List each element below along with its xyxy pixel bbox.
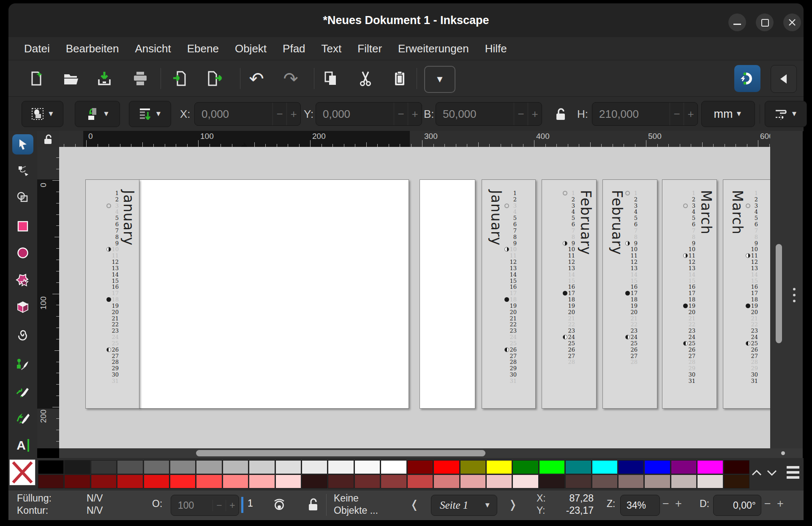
color-swatch-66504e[interactable]: [592, 474, 618, 488]
color-swatch-fed6d6[interactable]: [275, 474, 301, 488]
strip-february-b[interactable]: February12345678910111213141516171819202…: [602, 179, 657, 409]
color-swatch-868686[interactable]: [170, 460, 196, 474]
tool-pen[interactable]: [12, 354, 33, 374]
rotation-plus-button[interactable]: +: [777, 497, 784, 510]
tool-calligraphy[interactable]: [12, 407, 33, 427]
palette-menu-icon[interactable]: [786, 464, 800, 481]
color-swatch-e1dad8[interactable]: [697, 474, 723, 488]
ruler-corner[interactable]: [37, 131, 59, 147]
color-swatch-463130[interactable]: [565, 474, 591, 488]
color-swatch-ffffff[interactable]: [381, 460, 406, 474]
snap-toggle-button[interactable]: [734, 65, 760, 92]
color-swatch-b30f0f[interactable]: [117, 474, 143, 488]
rotate-mode-dropdown[interactable]: ▼: [75, 101, 120, 127]
cut-button[interactable]: [353, 65, 378, 92]
color-swatch-fe8585[interactable]: [223, 474, 248, 488]
color-swatch-363636[interactable]: [91, 460, 117, 474]
strip-march-a[interactable]: March12345678910111213141516171819202122…: [662, 179, 717, 409]
menu-objekt[interactable]: Objekt: [227, 37, 275, 60]
opacity-field[interactable]: 100 − +: [171, 495, 239, 516]
strip-february-a[interactable]: February12345678910111213141516171819202…: [542, 179, 597, 409]
width-plus-button[interactable]: +: [528, 103, 542, 125]
lock-ratio-icon[interactable]: [553, 107, 568, 122]
page-selector[interactable]: Seite 1 ▼: [431, 495, 497, 516]
dock-handle-icon[interactable]: [793, 300, 796, 302]
strip-january-b[interactable]: January123456789101112131415161718192021…: [482, 179, 536, 409]
color-swatch-515151[interactable]: [117, 460, 143, 474]
tool-star[interactable]: [12, 270, 33, 290]
duplicate-button[interactable]: [318, 65, 343, 92]
color-swatch-a0a0a0[interactable]: [196, 460, 222, 474]
color-swatch-000000[interactable]: [38, 460, 64, 474]
titlebar[interactable]: *Neues Dokument 1 - Inkscape: [8, 3, 804, 37]
x-plus-button[interactable]: +: [286, 103, 300, 125]
y-field[interactable]: 0,000 −+: [316, 102, 422, 126]
tool-node-editor[interactable]: [12, 160, 33, 181]
color-swatch-f7dfdf[interactable]: [512, 474, 538, 488]
color-swatch-000080[interactable]: [618, 460, 644, 474]
collapse-dock-button[interactable]: [771, 65, 797, 93]
no-color-swatch[interactable]: [9, 459, 35, 485]
export-button[interactable]: [202, 65, 227, 92]
color-swatch-00fe00[interactable]: [539, 460, 565, 474]
guide-lock-icon[interactable]: [43, 133, 54, 146]
color-swatch-008000[interactable]: [512, 460, 538, 474]
color-swatch-f1f1f1[interactable]: [328, 460, 354, 474]
color-swatch-feadad[interactable]: [249, 474, 275, 488]
height-minus-button[interactable]: −: [670, 103, 684, 125]
color-swatch-ff00fe[interactable]: [697, 460, 723, 474]
open-document-button[interactable]: [58, 65, 83, 92]
y-minus-button[interactable]: −: [394, 103, 408, 125]
more-actions-dropdown[interactable]: ▼: [424, 66, 455, 93]
canvas[interactable]: January123456789101112131415161718192021…: [59, 147, 770, 448]
previous-page-button[interactable]: ❬: [410, 498, 419, 511]
color-swatch-808000[interactable]: [460, 460, 486, 474]
color-swatch-cecece[interactable]: [249, 460, 275, 474]
color-swatch-6b6b6b[interactable]: [144, 460, 169, 474]
vertical-ruler[interactable]: 0100200: [37, 147, 59, 448]
zoom-minus-button[interactable]: −: [662, 497, 669, 510]
maximize-button[interactable]: [756, 14, 774, 31]
stack-order-dropdown[interactable]: ▼: [129, 101, 171, 127]
zoom-plus-button[interactable]: +: [675, 497, 682, 510]
x-minus-button[interactable]: −: [272, 103, 286, 125]
tool-ellipse[interactable]: [12, 243, 33, 263]
color-swatch-800080[interactable]: [671, 460, 697, 474]
color-swatch-e9e9e9[interactable]: [302, 460, 327, 474]
document-page[interactable]: [139, 179, 409, 409]
fill-value[interactable]: N/V: [87, 493, 103, 504]
menu-datei[interactable]: Datei: [16, 37, 58, 60]
height-plus-button[interactable]: +: [684, 103, 698, 125]
color-swatch-876f6d[interactable]: [618, 474, 644, 488]
dock-handle-icon[interactable]: [793, 288, 796, 290]
color-swatch-008080[interactable]: [565, 460, 591, 474]
height-field[interactable]: 210,000 −+: [592, 102, 698, 126]
tool-spiral[interactable]: [12, 324, 33, 344]
minimize-button[interactable]: [728, 14, 746, 31]
color-swatch-efc6c6[interactable]: [486, 474, 512, 488]
save-document-button[interactable]: [92, 65, 117, 92]
color-swatch-8c3a3a[interactable]: [381, 474, 406, 488]
close-button[interactable]: [783, 14, 801, 31]
color-swatch-d87c7c[interactable]: [433, 474, 459, 488]
layer-number[interactable]: 1: [248, 498, 253, 509]
import-button[interactable]: [169, 65, 193, 92]
opacity-minus-button[interactable]: −: [213, 500, 226, 511]
dock-handle-icon[interactable]: [793, 294, 796, 296]
color-swatch-2a1313[interactable]: [302, 474, 327, 488]
paste-button[interactable]: [387, 65, 412, 92]
horizontal-ruler[interactable]: 0100200300400500600: [59, 131, 770, 147]
tool-box-3d[interactable]: [12, 297, 33, 317]
color-swatch-800000[interactable]: [407, 460, 433, 474]
color-swatch-0000fe[interactable]: [644, 460, 670, 474]
horizontal-scrollbar-track[interactable]: [59, 448, 803, 458]
rotation-field[interactable]: 0,00°: [713, 495, 761, 516]
tool-text[interactable]: A: [12, 435, 33, 456]
menu-pfad[interactable]: Pfad: [275, 37, 313, 60]
undo-button[interactable]: ↶: [244, 65, 269, 92]
color-swatch-1b1b1b[interactable]: [64, 460, 90, 474]
width-minus-button[interactable]: −: [514, 103, 528, 125]
opacity-plus-button[interactable]: +: [226, 500, 239, 511]
palette-scroll-up-icon[interactable]: [751, 469, 762, 477]
tool-pencil[interactable]: [12, 380, 33, 401]
